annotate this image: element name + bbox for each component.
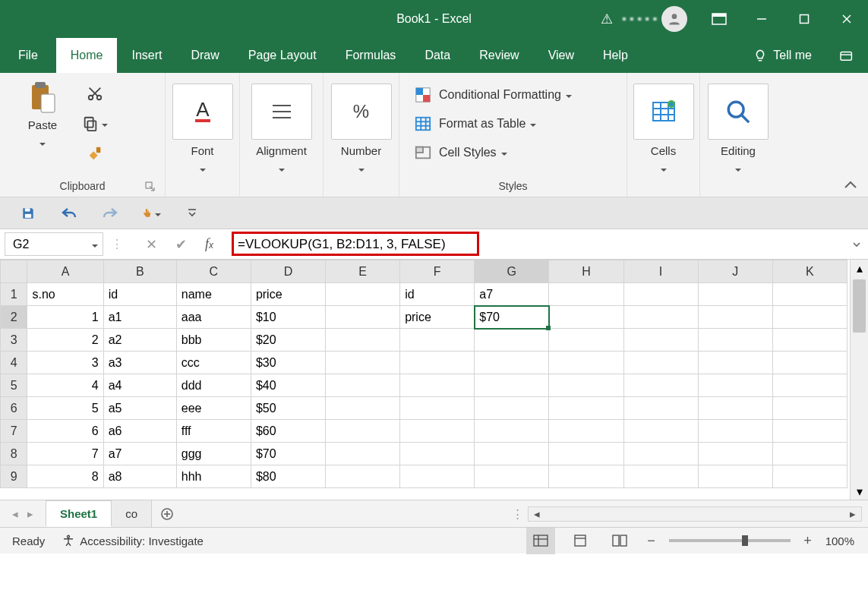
cell-F7[interactable] xyxy=(400,420,475,443)
cell-A3[interactable]: 2 xyxy=(27,329,103,352)
enter-formula-button[interactable]: ✔ xyxy=(175,236,187,253)
cell-F9[interactable] xyxy=(400,465,475,488)
touch-mode-button[interactable] xyxy=(141,203,161,223)
share-button[interactable] xyxy=(827,38,868,73)
cell-K3[interactable] xyxy=(772,329,847,352)
cell-B2[interactable]: a1 xyxy=(103,306,176,329)
col-header-F[interactable]: F xyxy=(400,260,475,283)
cell-A4[interactable]: 3 xyxy=(27,352,103,374)
cell-H9[interactable] xyxy=(549,465,623,488)
zoom-level[interactable]: 100% xyxy=(825,535,854,547)
cell-I3[interactable] xyxy=(623,329,698,352)
cell-G4[interactable] xyxy=(475,352,549,374)
cell-D3[interactable]: $20 xyxy=(251,329,325,352)
sheet-tab-co[interactable]: co xyxy=(112,500,152,527)
cell-E4[interactable] xyxy=(326,352,400,374)
cell-H8[interactable] xyxy=(549,443,623,465)
cell-C7[interactable]: fff xyxy=(176,420,251,443)
conditional-formatting-button[interactable]: Conditional Formatting xyxy=(415,87,572,103)
cell-D9[interactable]: $80 xyxy=(251,465,325,488)
accessibility-status[interactable]: Accessibility: Investigate xyxy=(62,534,204,547)
tab-draw[interactable]: Draw xyxy=(176,38,233,73)
cell-E6[interactable] xyxy=(326,397,400,420)
cell-G1[interactable]: a7 xyxy=(475,283,549,306)
scroll-left-icon[interactable]: ◂ xyxy=(529,507,545,521)
cell-G3[interactable] xyxy=(475,329,549,352)
cell-E9[interactable] xyxy=(326,465,400,488)
scroll-thumb[interactable] xyxy=(853,279,866,333)
cell-A9[interactable]: 8 xyxy=(27,465,103,488)
cell-F8[interactable] xyxy=(400,443,475,465)
cell-K4[interactable] xyxy=(772,352,847,374)
cell-K5[interactable] xyxy=(772,374,847,397)
cell-E7[interactable] xyxy=(326,420,400,443)
font-group-button[interactable]: A Font xyxy=(176,77,229,175)
col-header-B[interactable]: B xyxy=(103,260,176,283)
row-header-1[interactable]: 1 xyxy=(1,283,27,306)
cell-B4[interactable]: a3 xyxy=(103,352,176,374)
normal-view-button[interactable] xyxy=(526,528,555,554)
cell-H7[interactable] xyxy=(549,420,623,443)
format-as-table-button[interactable]: Format as Table xyxy=(415,115,572,132)
cell-B3[interactable]: a2 xyxy=(103,329,176,352)
row-header-4[interactable]: 4 xyxy=(1,352,27,374)
qat-customize-button[interactable] xyxy=(182,203,202,223)
collapse-ribbon-icon[interactable] xyxy=(844,180,857,189)
cell-J7[interactable] xyxy=(698,420,772,443)
cell-F1[interactable]: id xyxy=(400,283,475,306)
cell-K1[interactable] xyxy=(772,283,847,306)
cell-A2[interactable]: 1 xyxy=(27,306,103,329)
cell-H1[interactable] xyxy=(549,283,623,306)
zoom-in-button[interactable]: + xyxy=(801,533,815,549)
paste-button[interactable]: Paste xyxy=(8,77,77,149)
name-box-dropdown-icon[interactable] xyxy=(92,238,98,251)
clipboard-dialog-icon[interactable] xyxy=(145,181,156,192)
cell-A7[interactable]: 6 xyxy=(27,420,103,443)
cell-A1[interactable]: s.no xyxy=(27,283,103,306)
cell-C1[interactable]: name xyxy=(176,283,251,306)
page-layout-view-button[interactable] xyxy=(566,528,595,554)
cell-K9[interactable] xyxy=(772,465,847,488)
row-header-5[interactable]: 5 xyxy=(1,374,27,397)
cell-E3[interactable] xyxy=(326,329,400,352)
minimize-button[interactable] xyxy=(740,0,783,38)
cell-G2[interactable]: $70 xyxy=(475,306,549,329)
cell-H3[interactable] xyxy=(549,329,623,352)
cell-J6[interactable] xyxy=(698,397,772,420)
scroll-down-icon[interactable]: ▾ xyxy=(851,483,868,500)
cell-I5[interactable] xyxy=(623,374,698,397)
expand-formula-bar-button[interactable] xyxy=(845,229,868,259)
maximize-button[interactable] xyxy=(783,0,825,38)
col-header-K[interactable]: K xyxy=(772,260,847,283)
cell-I1[interactable] xyxy=(623,283,698,306)
tab-view[interactable]: View xyxy=(534,38,589,73)
cell-F5[interactable] xyxy=(400,374,475,397)
tab-file[interactable]: File xyxy=(0,38,56,73)
cell-G5[interactable] xyxy=(475,374,549,397)
col-header-G[interactable]: G xyxy=(475,260,549,283)
cell-K2[interactable] xyxy=(772,306,847,329)
ribbon-display-options[interactable] xyxy=(698,0,740,38)
cell-F6[interactable] xyxy=(400,397,475,420)
cell-B9[interactable]: a8 xyxy=(103,465,176,488)
cell-C2[interactable]: aaa xyxy=(176,306,251,329)
cell-J1[interactable] xyxy=(698,283,772,306)
cell-I8[interactable] xyxy=(623,443,698,465)
cell-H6[interactable] xyxy=(549,397,623,420)
cell-H5[interactable] xyxy=(549,374,623,397)
account-icon[interactable] xyxy=(661,6,687,32)
tab-insert[interactable]: Insert xyxy=(117,38,176,73)
tab-home[interactable]: Home xyxy=(56,38,118,73)
alignment-group-button[interactable]: Alignment xyxy=(248,77,315,175)
cells-group-button[interactable]: + Cells xyxy=(637,77,690,175)
cell-D1[interactable]: price xyxy=(251,283,325,306)
cell-G7[interactable] xyxy=(475,420,549,443)
cell-K8[interactable] xyxy=(772,443,847,465)
cancel-formula-button[interactable]: ✕ xyxy=(146,236,157,253)
cell-E5[interactable] xyxy=(326,374,400,397)
format-painter-button[interactable] xyxy=(82,143,108,166)
undo-button[interactable] xyxy=(59,203,79,223)
row-header-9[interactable]: 9 xyxy=(1,465,27,488)
spreadsheet-grid[interactable]: A B C D E F G H I J K 1s.noidnamepriceid… xyxy=(0,260,847,488)
col-header-H[interactable]: H xyxy=(549,260,623,283)
